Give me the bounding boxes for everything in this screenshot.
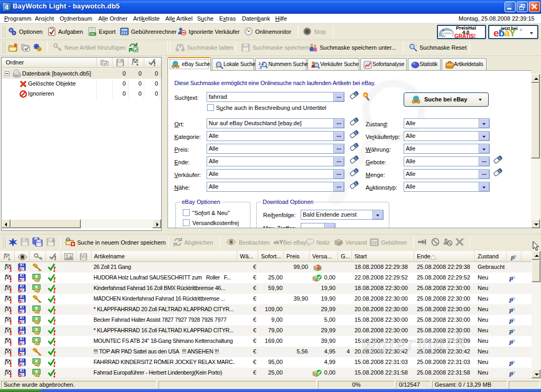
svg-text:P: P bbox=[509, 371, 513, 378]
svg-text:P: P bbox=[510, 255, 515, 262]
svg-text:P: P bbox=[509, 318, 513, 325]
svg-text:P: P bbox=[509, 297, 513, 304]
svg-text:P: P bbox=[509, 360, 513, 367]
svg-text:P: P bbox=[509, 276, 513, 283]
svg-text:P: P bbox=[509, 307, 513, 314]
svg-text:P: P bbox=[509, 329, 513, 335]
svg-text:csv: csv bbox=[90, 33, 95, 35]
svg-text:P: P bbox=[509, 339, 513, 346]
svg-text:3: 3 bbox=[259, 65, 262, 69]
svg-text:?: ? bbox=[316, 263, 320, 270]
